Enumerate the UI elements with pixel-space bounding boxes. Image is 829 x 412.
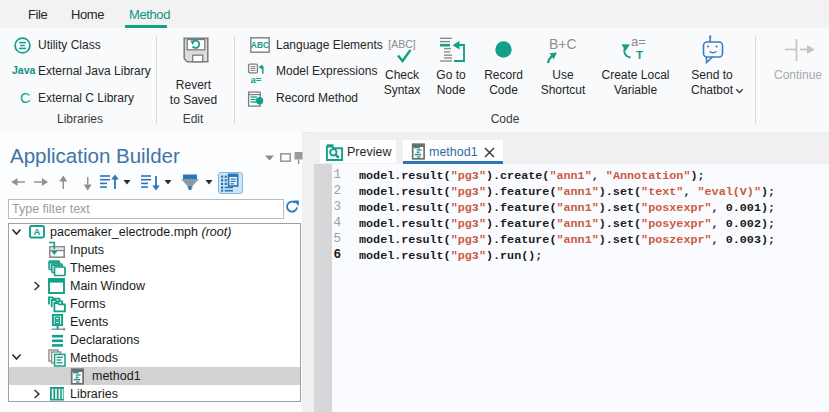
- svg-text:T: T: [636, 49, 643, 61]
- svg-text:A: A: [34, 226, 41, 237]
- svg-text:a=: a=: [250, 74, 261, 84]
- svg-text:ABC: ABC: [251, 40, 269, 50]
